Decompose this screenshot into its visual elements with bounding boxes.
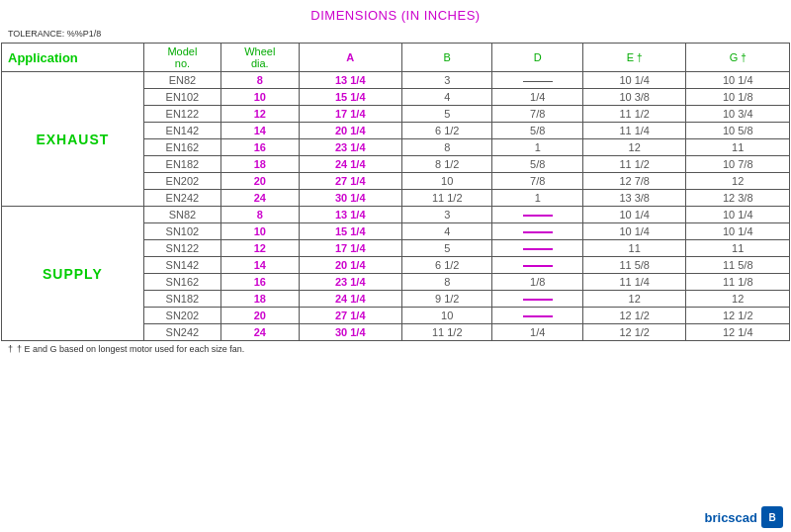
b-cell: 4	[402, 223, 492, 240]
g-cell: 10 1/4	[686, 207, 790, 223]
e-cell: 11 1/2	[582, 106, 686, 123]
e-cell: 12	[582, 139, 686, 156]
wheel-cell: 12	[221, 240, 299, 257]
d-cell	[492, 291, 582, 308]
wheel-cell: 8	[221, 207, 299, 223]
a-cell: 27 1/4	[299, 308, 402, 324]
a-cell: 27 1/4	[299, 173, 402, 190]
g-cell: 10 1/4	[686, 223, 790, 240]
d-cell: 1/8	[492, 274, 582, 291]
header-G: G †	[686, 44, 790, 72]
a-cell: 13 1/4	[299, 207, 402, 223]
logo-icon: B	[761, 506, 783, 528]
g-cell: 10 7/8	[686, 156, 790, 173]
wheel-cell: 18	[221, 156, 299, 173]
a-cell: 17 1/4	[299, 106, 402, 123]
model-cell: SN102	[143, 223, 220, 240]
wheel-cell: 24	[221, 190, 299, 207]
d-cell: 1	[492, 139, 582, 156]
a-cell: 20 1/4	[299, 123, 402, 139]
model-cell: EN242	[143, 190, 220, 207]
header-A: A	[299, 44, 402, 72]
model-cell: EN202	[143, 173, 220, 190]
d-cell: 7/8	[492, 106, 582, 123]
a-cell: 23 1/4	[299, 139, 402, 156]
model-cell: EN102	[143, 89, 220, 106]
g-cell: 10 1/8	[686, 89, 790, 106]
e-cell: 12	[582, 291, 686, 308]
model-cell: SN162	[143, 274, 220, 291]
d-cell: 1/4	[492, 89, 582, 106]
wheel-cell: 16	[221, 274, 299, 291]
model-cell: EN142	[143, 123, 220, 139]
e-cell: 12 1/2	[582, 308, 686, 324]
g-cell: 12 1/2	[686, 308, 790, 324]
page-title: DIMENSIONS (IN INCHES)	[0, 0, 791, 27]
model-cell: EN162	[143, 139, 220, 156]
a-cell: 17 1/4	[299, 240, 402, 257]
g-cell: 11	[686, 139, 790, 156]
wheel-cell: 14	[221, 257, 299, 274]
g-cell: 10 3/4	[686, 106, 790, 123]
model-cell: SN202	[143, 308, 220, 324]
g-cell: 11	[686, 240, 790, 257]
g-cell: 12 1/4	[686, 324, 790, 341]
wheel-cell: 10	[221, 89, 299, 106]
b-cell: 6 1/2	[402, 257, 492, 274]
wheel-cell: 10	[221, 223, 299, 240]
g-cell: 11 1/8	[686, 274, 790, 291]
b-cell: 6 1/2	[402, 123, 492, 139]
b-cell: 8	[402, 139, 492, 156]
a-cell: 30 1/4	[299, 324, 402, 341]
d-cell	[492, 240, 582, 257]
d-cell: 5/8	[492, 123, 582, 139]
e-cell: 12 1/2	[582, 324, 686, 341]
b-cell: 10	[402, 308, 492, 324]
g-cell: 11 5/8	[686, 257, 790, 274]
header-application: Application	[2, 44, 144, 72]
b-cell: 11 1/2	[402, 190, 492, 207]
header-wheel: Wheeldia.	[221, 44, 299, 72]
e-cell: 10 1/4	[582, 223, 686, 240]
a-cell: 15 1/4	[299, 89, 402, 106]
e-cell: 11 1/4	[582, 274, 686, 291]
b-cell: 4	[402, 89, 492, 106]
wheel-cell: 20	[221, 173, 299, 190]
a-cell: 13 1/4	[299, 72, 402, 89]
b-cell: 5	[402, 240, 492, 257]
a-cell: 24 1/4	[299, 291, 402, 308]
model-cell: SN182	[143, 291, 220, 308]
d-cell: 5/8	[492, 156, 582, 173]
b-cell: 10	[402, 173, 492, 190]
a-cell: 30 1/4	[299, 190, 402, 207]
d-cell	[492, 223, 582, 240]
wheel-cell: 8	[221, 72, 299, 89]
wheel-cell: 16	[221, 139, 299, 156]
e-cell: 13 3/8	[582, 190, 686, 207]
footer-note: † † E and G based on longest motor used …	[0, 341, 791, 357]
e-cell: 11	[582, 240, 686, 257]
application-cell: SUPPLY	[2, 207, 144, 341]
b-cell: 8	[402, 274, 492, 291]
e-cell: 10 1/4	[582, 207, 686, 223]
b-cell: 5	[402, 106, 492, 123]
g-cell: 10 5/8	[686, 123, 790, 139]
e-cell: 10 3/8	[582, 89, 686, 106]
b-cell: 8 1/2	[402, 156, 492, 173]
wheel-cell: 14	[221, 123, 299, 139]
model-cell: EN122	[143, 106, 220, 123]
b-cell: 3	[402, 207, 492, 223]
svg-text:B: B	[768, 512, 775, 523]
e-cell: 11 1/4	[582, 123, 686, 139]
wheel-cell: 12	[221, 106, 299, 123]
wheel-cell: 18	[221, 291, 299, 308]
a-cell: 15 1/4	[299, 223, 402, 240]
model-cell: SN142	[143, 257, 220, 274]
d-cell: 1	[492, 190, 582, 207]
e-cell: 10 1/4	[582, 72, 686, 89]
g-cell: 10 1/4	[686, 72, 790, 89]
model-cell: SN122	[143, 240, 220, 257]
e-cell: 11 1/2	[582, 156, 686, 173]
d-cell	[492, 207, 582, 223]
a-cell: 23 1/4	[299, 274, 402, 291]
